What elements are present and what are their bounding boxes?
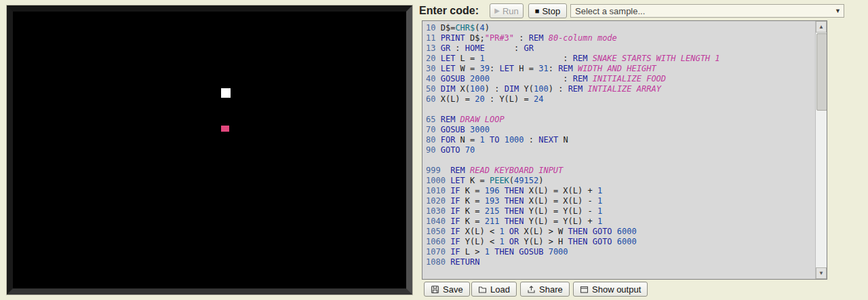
- code-line: 50 DIM X(100) : DIM Y(100) : REM INTIALI…: [426, 84, 815, 94]
- code-line: 10 D$=CHR$(4): [426, 23, 815, 33]
- code-line: 1060 IF Y(L) < 1 OR Y(L) > H THEN GOTO 6…: [426, 237, 815, 247]
- scroll-down-icon: ▼: [818, 270, 824, 276]
- run-button-label: Run: [502, 6, 519, 16]
- code-line: 1999 REM INITIALIZE FOOD: [426, 278, 815, 279]
- folder-icon: [478, 285, 487, 294]
- app: Enter code: ▶ Run ■ Stop Select a sample…: [0, 0, 868, 300]
- code-line: [426, 155, 815, 166]
- chevron-down-icon: ▼: [835, 7, 841, 14]
- code-line: 13 GR : HOME : GR: [426, 43, 815, 54]
- share-icon: [527, 285, 536, 294]
- play-icon: ▶: [494, 7, 500, 14]
- scroll-up-icon: ▲: [818, 24, 824, 30]
- save-button[interactable]: Save: [424, 282, 470, 297]
- code-line: 1050 IF X(L) < 1 OR X(L) > W THEN GOTO 6…: [426, 227, 815, 237]
- load-button-label: Load: [490, 284, 510, 295]
- snake-pixel: [221, 88, 231, 98]
- code-line: 1080 RETURN: [426, 257, 815, 267]
- sample-select[interactable]: Select a sample... ▼: [570, 4, 844, 18]
- scroll-down-button[interactable]: ▼: [816, 267, 827, 279]
- code-line: 11 PRINT D$;"PR#3" : REM 80-column mode: [426, 33, 815, 43]
- apple2-screen: [7, 5, 412, 295]
- sample-select-value: Select a sample...: [575, 6, 835, 16]
- code-line: 1040 IF K = 211 THEN Y(L) = Y(L) + 1: [426, 217, 815, 227]
- code-line: 1010 IF K = 196 THEN X(L) = X(L) + 1: [426, 186, 815, 196]
- scrollbar-thumb[interactable]: [816, 33, 827, 111]
- code-line: 65 REM DRAW LOOP: [426, 115, 815, 125]
- code-line: 999 REM READ KEYBOARD INPUT: [426, 166, 815, 176]
- code-line: 1070 IF L > 1 THEN GOSUB 7000: [426, 247, 815, 257]
- code-line: [426, 105, 815, 115]
- run-button[interactable]: ▶ Run: [490, 3, 524, 18]
- show-output-button[interactable]: Show output: [573, 282, 648, 297]
- code-line: 90 GOTO 70: [426, 145, 815, 155]
- code-line: 70 GOSUB 3000: [426, 125, 815, 135]
- scroll-up-button[interactable]: ▲: [816, 21, 827, 33]
- save-button-label: Save: [443, 284, 463, 295]
- code-line: [426, 267, 815, 278]
- code-line: 1030 IF K = 215 THEN Y(L) = Y(L) - 1: [426, 206, 815, 217]
- code-line: 20 LET L = 1 : REM SNAKE STARTS WITH LEN…: [426, 54, 815, 64]
- enter-code-label: Enter code:: [419, 5, 479, 17]
- code-lines: 10 D$=CHR$(4)11 PRINT D$;"PR#3" : REM 80…: [422, 21, 815, 279]
- code-line: 1000 LET K = PEEK(49152): [426, 176, 815, 186]
- share-button-label: Share: [539, 284, 563, 295]
- load-button[interactable]: Load: [471, 282, 517, 297]
- code-line: 40 GOSUB 2000 : REM INITIALIZE FOOD: [426, 74, 815, 84]
- editor-scrollbar[interactable]: ▲ ▼: [815, 21, 827, 279]
- stop-button[interactable]: ■ Stop: [528, 3, 567, 18]
- code-line: 80 FOR N = 1 TO 1000 : NEXT N: [426, 135, 815, 145]
- save-icon: [431, 285, 439, 294]
- code-line: 30 LET W = 39: LET H = 31: REM WIDTH AND…: [426, 64, 815, 74]
- stop-button-label: Stop: [542, 6, 560, 16]
- window-icon: [580, 285, 589, 294]
- stop-icon: ■: [535, 7, 540, 15]
- code-line: 1020 IF K = 193 THEN X(L) = X(L) - 1: [426, 196, 815, 206]
- code-editor[interactable]: 10 D$=CHR$(4)11 PRINT D$;"PR#3" : REM 80…: [422, 20, 827, 280]
- show-output-button-label: Show output: [592, 284, 641, 295]
- food-pixel: [221, 126, 229, 132]
- share-button[interactable]: Share: [520, 282, 570, 297]
- code-line: 60 X(L) = 20 : Y(L) = 24: [426, 94, 815, 105]
